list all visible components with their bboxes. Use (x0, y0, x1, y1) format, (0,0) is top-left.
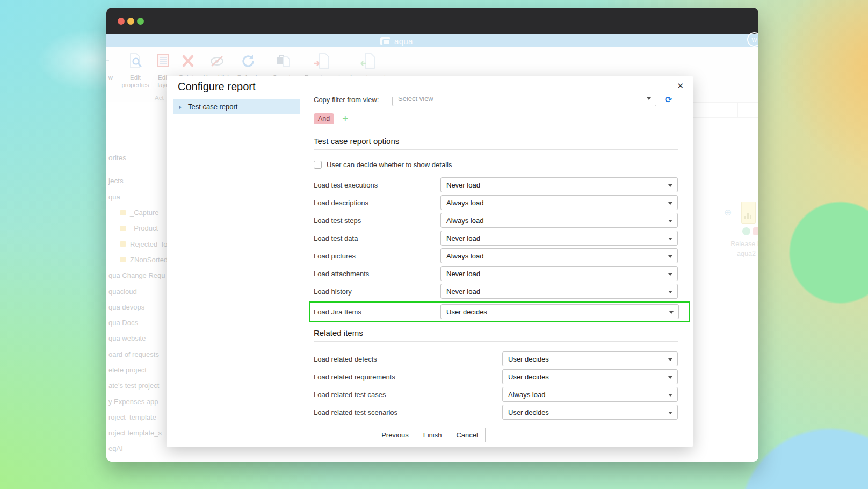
dialog-footer: Previous Finish Cancel (167, 422, 693, 447)
option-row: Load test data Never load (314, 231, 678, 246)
and-operator-badge[interactable]: And (314, 113, 334, 124)
highlight-box: Load Jira Items User decides (309, 301, 690, 322)
dialog-title: Configure report (167, 81, 256, 93)
field-label: Load attachments (314, 270, 440, 278)
option-row: Load test steps Always load (314, 213, 678, 228)
filter-condition-row: And + (314, 113, 678, 125)
field-label: Load test executions (314, 181, 440, 189)
field-label: Load related test cases (314, 391, 502, 399)
field-label: Load test data (314, 234, 440, 242)
chevron-down-icon (668, 202, 672, 205)
chevron-down-icon (647, 97, 651, 100)
chevron-down-icon (668, 412, 672, 414)
zoom-window-button[interactable] (137, 18, 144, 25)
show-details-checkbox[interactable] (314, 161, 322, 169)
finish-button[interactable]: Finish (416, 428, 450, 442)
option-row: Load related test scenarios User decides (314, 405, 678, 420)
window-titlebar (106, 8, 758, 34)
dialog-header: Configure report ✕ (167, 76, 693, 97)
option-row: Load related requirements User decides (314, 369, 678, 384)
aqua-logo: aqua (380, 37, 413, 46)
configure-report-dialog: Configure report ✕ ▸ Test case report Co… (167, 76, 693, 447)
copy-filter-row: Copy filter from view: Select view ⟳ (314, 97, 678, 106)
select-view-dropdown[interactable]: Select view (392, 97, 656, 106)
chevron-down-icon (668, 291, 672, 293)
show-details-checkbox-row: User can decide whether to show details (314, 161, 678, 169)
previous-button[interactable]: Previous (374, 428, 416, 442)
copy-filter-label: Copy filter from view: (314, 97, 392, 104)
cancel-button[interactable]: Cancel (449, 428, 485, 442)
section-rule (314, 149, 678, 150)
load-related-requirements-select[interactable]: User decides (502, 369, 678, 384)
option-row: Load pictures Always load (314, 248, 678, 263)
field-label: Load related test scenarios (314, 408, 502, 416)
dialog-nav: ▸ Test case report (167, 97, 306, 422)
show-details-label: User can decide whether to show details (327, 161, 452, 169)
add-condition-icon[interactable]: + (342, 113, 348, 125)
field-label: Load related requirements (314, 373, 502, 381)
load-history-select[interactable]: Never load (440, 284, 678, 299)
minimize-window-button[interactable] (127, 18, 134, 25)
close-window-button[interactable] (118, 18, 125, 25)
user-avatar[interactable]: W (747, 32, 758, 47)
field-label: Load test steps (314, 217, 440, 225)
option-row: Load descriptions Always load (314, 195, 678, 210)
option-row: Load attachments Never load (314, 266, 678, 281)
load-attachments-select[interactable]: Never load (440, 266, 678, 281)
app-header-bar: aqua W (106, 34, 758, 47)
chevron-right-icon: ▸ (173, 104, 188, 110)
section-title-options: Test case report options (314, 136, 678, 146)
load-test-steps-select[interactable]: Always load (440, 213, 678, 228)
load-pictures-select[interactable]: Always load (440, 248, 678, 263)
load-jira-items-select[interactable]: User decides (440, 304, 679, 319)
close-icon[interactable]: ✕ (677, 81, 684, 91)
chevron-down-icon (668, 220, 672, 222)
section-title-related: Related items (314, 328, 678, 337)
option-row: Load related defects User decides (314, 351, 678, 366)
field-label: Load pictures (314, 252, 440, 260)
load-descriptions-select[interactable]: Always load (440, 195, 678, 210)
chevron-down-icon (668, 273, 672, 276)
nav-item-test-case-report[interactable]: ▸ Test case report (173, 99, 300, 114)
chevron-down-icon (668, 238, 672, 240)
field-label: Load Jira Items (314, 308, 440, 316)
options-rows: Load test executions Never load Load des… (314, 177, 678, 322)
field-label: Load descriptions (314, 199, 440, 207)
chevron-down-icon (669, 311, 674, 314)
chevron-down-icon (668, 376, 672, 379)
option-row: Load related test cases Always load (314, 387, 678, 402)
refresh-filter-icon[interactable]: ⟳ (665, 97, 672, 105)
load-related-test-cases-select[interactable]: Always load (502, 387, 678, 402)
field-label: Load history (314, 287, 440, 296)
app-name: aqua (394, 37, 413, 46)
aqua-logo-icon (380, 37, 390, 45)
chevron-down-icon (668, 358, 672, 361)
load-test-executions-select[interactable]: Never load (440, 177, 678, 192)
chevron-down-icon (668, 184, 672, 187)
related-rows: Load related defects User decides Load r… (314, 351, 678, 420)
load-related-defects-select[interactable]: User decides (502, 351, 678, 366)
load-test-data-select[interactable]: Never load (440, 231, 678, 246)
option-row-highlighted: Load Jira Items User decides (314, 304, 679, 319)
field-label: Load related defects (314, 355, 502, 363)
section-rule (314, 341, 678, 342)
desktop-background: aqua W w Edit properties (0, 0, 868, 489)
chevron-down-icon (668, 394, 672, 397)
option-row: Load test executions Never load (314, 177, 678, 192)
load-related-test-scenarios-select[interactable]: User decides (502, 405, 678, 420)
chevron-down-icon (668, 255, 672, 258)
dialog-content: Copy filter from view: Select view ⟳ And… (306, 97, 693, 422)
option-row: Load history Never load (314, 284, 678, 299)
